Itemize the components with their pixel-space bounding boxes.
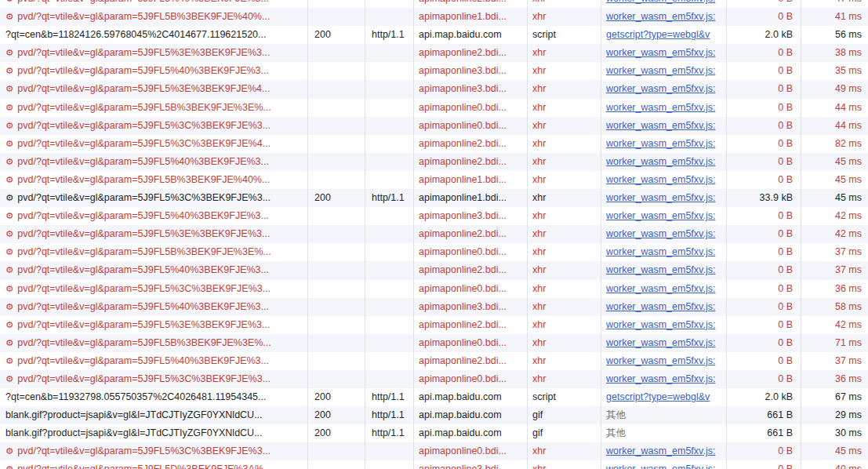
network-request-row[interactable]: ⚙pvd/?qt=vtile&v=gl&param=5J9FL5%3C%3BEK… bbox=[0, 117, 868, 135]
network-request-row[interactable]: ⚙pvd/?qt=vtile&v=gl&param=5J9FL5B%3BEK9F… bbox=[0, 243, 868, 261]
gear-icon: ⚙ bbox=[5, 117, 13, 135]
network-request-row[interactable]: ⚙?qt=cen&b=11824126.59768045%2C4014677.1… bbox=[0, 26, 868, 44]
network-request-row[interactable]: ⚙pvd/?qt=vtile&v=gl&param=5J9FL5%3E%3BEK… bbox=[0, 316, 868, 334]
initiator-link[interactable]: worker_wasm_em5fxv.js: bbox=[606, 334, 715, 352]
protocol-cell bbox=[365, 316, 414, 334]
network-request-row[interactable]: ⚙pvd/?qt=vtile&v=gl&param=5J9FL5%3C%3BEK… bbox=[0, 135, 868, 153]
initiator-link[interactable]: worker_wasm_em5fxv.js: bbox=[606, 207, 715, 225]
network-request-row[interactable]: ⚙pvd/?qt=vtile&v=gl&param=5J9FL5%40%3BEK… bbox=[0, 298, 868, 316]
network-request-row[interactable]: ⚙pvd/?qt=vtile&v=gl&param=5J9FL5%40%3BEK… bbox=[0, 62, 868, 80]
time-cell: 44 ms bbox=[801, 99, 868, 117]
initiator-link[interactable]: getscript?type=webgl&v bbox=[606, 388, 710, 406]
status-cell bbox=[308, 442, 365, 460]
initiator-link[interactable]: worker_wasm_em5fxv.js: bbox=[606, 8, 715, 26]
initiator-link[interactable]: worker_wasm_em5fxv.js: bbox=[606, 460, 715, 469]
size-cell: 2.0 kB bbox=[727, 26, 801, 44]
initiator-link[interactable]: worker_wasm_em5fxv.js: bbox=[606, 442, 715, 460]
domain-cell: apimaponline2.bdi... bbox=[414, 135, 528, 153]
initiator-cell: getscript?type=webgl&v bbox=[601, 26, 727, 44]
domain-cell: apimaponline0.bdi... bbox=[414, 243, 528, 261]
type-cell: xhr bbox=[528, 280, 601, 298]
request-url: pvd/?qt=vtile&v=gl&param=5J9FL5B%3BEK9FJ… bbox=[17, 102, 271, 113]
network-request-row[interactable]: ⚙pvd/?qt=vtile&v=gl&param=5J9FL5B%3BEK9F… bbox=[0, 99, 868, 117]
time-cell: 45 ms bbox=[801, 153, 868, 171]
network-request-row[interactable]: ⚙pvd/?qt=vtile&v=gl&param=5J9FL5%40%3BEK… bbox=[0, 352, 868, 370]
network-request-row[interactable]: ⚙pvd/?qt=vtile&v=gl&param=5J9FL5B%3BEK9F… bbox=[0, 334, 868, 352]
network-panel-request-table: ⚙pvd/?qt=vtile&v=gl&param=5J9FL5%40%3BEK… bbox=[0, 0, 868, 469]
request-url: pvd/?qt=vtile&v=gl&param=5J9FL5%3E%3BEK9… bbox=[17, 47, 270, 58]
initiator-link[interactable]: worker_wasm_em5fxv.js: bbox=[606, 44, 715, 62]
network-request-row[interactable]: ⚙pvd/?qt=vtile&v=gl&param=5J9FL5D%3BEK9F… bbox=[0, 460, 868, 469]
initiator-link[interactable]: worker_wasm_em5fxv.js: bbox=[606, 153, 715, 171]
size-cell: 0 B bbox=[727, 298, 801, 316]
size-cell: 33.9 kB bbox=[727, 189, 801, 207]
protocol-cell: http/1.1 bbox=[365, 189, 414, 207]
initiator-link[interactable]: worker_wasm_em5fxv.js: bbox=[606, 171, 715, 189]
network-request-row[interactable]: ⚙pvd/?qt=vtile&v=gl&param=5J9FL5%3C%3BEK… bbox=[0, 280, 868, 298]
size-cell: 0 B bbox=[727, 442, 801, 460]
protocol-cell bbox=[365, 442, 414, 460]
gear-icon: ⚙ bbox=[5, 135, 13, 153]
initiator-link[interactable]: worker_wasm_em5fxv.js: bbox=[606, 80, 715, 98]
network-request-row[interactable]: ⚙pvd/?qt=vtile&v=gl&param=5J9FL5%3C%3BEK… bbox=[0, 370, 868, 388]
initiator-link[interactable]: worker_wasm_em5fxv.js: bbox=[606, 243, 715, 261]
network-request-row[interactable]: ⚙pvd/?qt=vtile&v=gl&param=5J9FL5%40%3BEK… bbox=[0, 0, 868, 8]
status-cell bbox=[308, 243, 365, 261]
initiator-link[interactable]: worker_wasm_em5fxv.js: bbox=[606, 225, 715, 243]
status-cell bbox=[308, 316, 365, 334]
protocol-cell bbox=[365, 99, 414, 117]
protocol-cell bbox=[365, 117, 414, 135]
network-request-row[interactable]: ⚙pvd/?qt=vtile&v=gl&param=5J9FL5%3E%3BEK… bbox=[0, 44, 868, 62]
initiator-link[interactable]: worker_wasm_em5fxv.js: bbox=[606, 189, 715, 207]
network-request-row[interactable]: ⚙pvd/?qt=vtile&v=gl&param=5J9FL5%40%3BEK… bbox=[0, 153, 868, 171]
status-cell bbox=[308, 370, 365, 388]
initiator-link[interactable]: worker_wasm_em5fxv.js: bbox=[606, 99, 715, 117]
initiator-link[interactable]: worker_wasm_em5fxv.js: bbox=[606, 370, 715, 388]
status-cell bbox=[308, 261, 365, 279]
initiator-link[interactable]: worker_wasm_em5fxv.js: bbox=[606, 352, 715, 370]
initiator-link[interactable]: worker_wasm_em5fxv.js: bbox=[606, 62, 715, 80]
request-url: pvd/?qt=vtile&v=gl&param=5J9FL5B%3BEK9FJ… bbox=[17, 337, 271, 348]
network-request-row[interactable]: ⚙pvd/?qt=vtile&v=gl&param=5J9FL5B%3BEK9F… bbox=[0, 8, 868, 26]
size-cell: 0 B bbox=[727, 352, 801, 370]
initiator-link[interactable]: worker_wasm_em5fxv.js: bbox=[606, 298, 715, 316]
status-cell bbox=[308, 298, 365, 316]
network-request-row[interactable]: ⚙pvd/?qt=vtile&v=gl&param=5J9FL5%3C%3BEK… bbox=[0, 442, 868, 460]
protocol-cell bbox=[365, 171, 414, 189]
initiator-link[interactable]: worker_wasm_em5fxv.js: bbox=[606, 117, 715, 135]
type-cell: xhr bbox=[528, 62, 601, 80]
network-request-row[interactable]: ⚙pvd/?qt=vtile&v=gl&param=5J9FL5B%3BEK9F… bbox=[0, 171, 868, 189]
protocol-cell bbox=[365, 8, 414, 26]
initiator-link[interactable]: worker_wasm_em5fxv.js: bbox=[606, 0, 715, 8]
network-request-row[interactable]: ⚙blank.gif?product=jsapi&v=gl&l=JTdCJTIy… bbox=[0, 406, 868, 424]
network-request-row[interactable]: ⚙pvd/?qt=vtile&v=gl&param=5J9FL5%3C%3BEK… bbox=[0, 189, 868, 207]
initiator-cell: worker_wasm_em5fxv.js: bbox=[601, 442, 727, 460]
size-cell: 0 B bbox=[727, 280, 801, 298]
time-cell: 36 ms bbox=[801, 370, 868, 388]
network-request-row[interactable]: ⚙pvd/?qt=vtile&v=gl&param=5J9FL5%40%3BEK… bbox=[0, 261, 868, 279]
protocol-cell bbox=[365, 44, 414, 62]
size-cell: 0 B bbox=[727, 207, 801, 225]
status-cell bbox=[308, 117, 365, 135]
network-request-row[interactable]: ⚙pvd/?qt=vtile&v=gl&param=5J9FL5%40%3BEK… bbox=[0, 207, 868, 225]
initiator-link[interactable]: worker_wasm_em5fxv.js: bbox=[606, 280, 715, 298]
domain-cell: apimaponline2.bdi... bbox=[414, 0, 528, 8]
time-cell: 30 ms bbox=[801, 424, 868, 442]
initiator-link[interactable]: worker_wasm_em5fxv.js: bbox=[606, 135, 715, 153]
network-request-row[interactable]: ⚙pvd/?qt=vtile&v=gl&param=5J9FL5%3E%3BEK… bbox=[0, 80, 868, 98]
domain-cell: apimaponline3.bdi... bbox=[414, 80, 528, 98]
network-request-row[interactable]: ⚙?qt=cen&b=11932798.055750357%2C4026481.… bbox=[0, 388, 868, 406]
request-url: pvd/?qt=vtile&v=gl&param=5J9FL5%3C%3BEK9… bbox=[17, 138, 271, 149]
network-request-row[interactable]: ⚙pvd/?qt=vtile&v=gl&param=5J9FL5%3E%3BEK… bbox=[0, 225, 868, 243]
network-request-row[interactable]: ⚙blank.gif?product=jsapi&v=gl&l=JTdCJTIy… bbox=[0, 424, 868, 442]
size-cell: 2.0 kB bbox=[727, 388, 801, 406]
initiator-link[interactable]: getscript?type=webgl&v bbox=[606, 26, 710, 44]
size-cell: 0 B bbox=[727, 99, 801, 117]
initiator-link[interactable]: worker_wasm_em5fxv.js: bbox=[606, 316, 715, 334]
request-url: pvd/?qt=vtile&v=gl&param=5J9FL5%40%3BEK9… bbox=[17, 156, 269, 167]
initiator-link[interactable]: worker_wasm_em5fxv.js: bbox=[606, 261, 715, 279]
time-cell: 56 ms bbox=[801, 26, 868, 44]
gear-icon: ⚙ bbox=[5, 99, 13, 117]
time-cell: 44 ms bbox=[801, 117, 868, 135]
protocol-cell bbox=[365, 207, 414, 225]
